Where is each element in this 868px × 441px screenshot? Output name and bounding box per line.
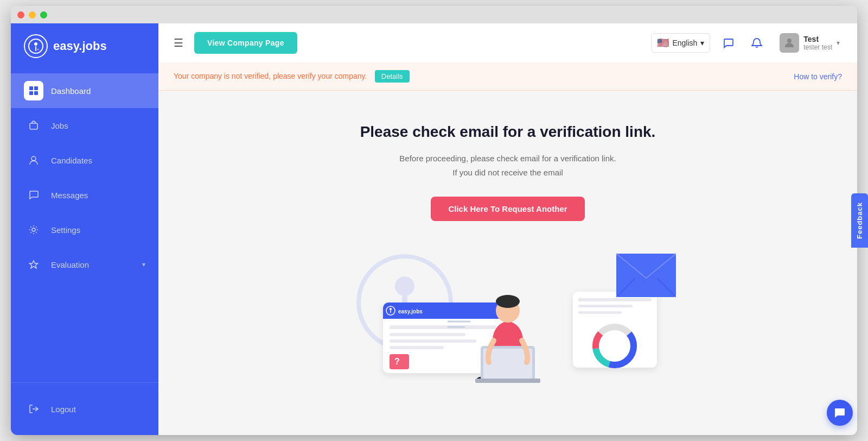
lang-chevron-icon: ▾	[700, 39, 704, 47]
how-to-verify-link[interactable]: How to verify?	[794, 72, 842, 81]
svg-text:?: ?	[394, 357, 400, 366]
view-company-button[interactable]: View Company Page	[194, 32, 297, 54]
illustration: easy.jobs ?	[169, 243, 846, 395]
svg-point-10	[787, 39, 792, 43]
svg-point-9	[32, 228, 35, 231]
sidebar: easy.jobs Dashboard	[11, 23, 158, 435]
header-right: 🇺🇸 English ▾	[651, 31, 844, 55]
dashboard-label: Dashboard	[51, 86, 91, 96]
svg-rect-23	[390, 325, 496, 329]
desc-line-2: If you did not receive the email	[399, 166, 616, 180]
svg-rect-24	[390, 333, 465, 336]
logout-label: Logout	[51, 405, 76, 414]
svg-point-8	[31, 156, 36, 161]
desc-line-1: Before proceeding, please check email fo…	[399, 152, 616, 166]
svg-rect-26	[390, 346, 444, 349]
page-content: Your company is not verified, please ver…	[158, 62, 857, 435]
svg-rect-3	[29, 86, 33, 90]
user-info: Test tester test	[803, 35, 832, 51]
close-btn[interactable]	[17, 11, 24, 18]
sidebar-item-settings[interactable]: Settings	[11, 212, 158, 247]
svg-rect-7	[30, 123, 37, 129]
evaluation-icon	[24, 255, 43, 274]
details-button[interactable]: Details	[375, 70, 410, 83]
chat-header-icon[interactable]	[719, 33, 738, 53]
user-avatar[interactable]: Test tester test ▾	[775, 31, 844, 55]
sidebar-item-jobs[interactable]: Jobs	[11, 108, 158, 143]
verification-section: Please check email for a verification li…	[158, 91, 857, 406]
sidebar-nav: Dashboard Jobs	[11, 69, 158, 382]
svg-point-1	[34, 42, 37, 46]
maximize-btn[interactable]	[40, 11, 47, 18]
svg-rect-45	[616, 254, 676, 297]
dashboard-icon	[24, 81, 43, 100]
request-another-button[interactable]: Click Here To Request Another	[431, 197, 584, 221]
jobs-icon	[24, 116, 43, 135]
user-dropdown-chevron: ▾	[837, 39, 840, 47]
header: ☰ View Company Page 🇺🇸 English ▾	[158, 23, 857, 62]
svg-rect-38	[578, 298, 652, 301]
messages-icon	[24, 185, 43, 205]
svg-rect-25	[390, 339, 476, 343]
verification-description: Before proceeding, please check email fo…	[399, 152, 616, 179]
feedback-label: Feedback	[856, 202, 864, 239]
evaluation-chevron: ▾	[142, 261, 145, 268]
sidebar-item-dashboard[interactable]: Dashboard	[11, 73, 158, 108]
svg-rect-40	[578, 311, 622, 314]
notification-bar: Your company is not verified, please ver…	[158, 62, 857, 91]
notification-icon[interactable]	[747, 33, 767, 53]
settings-label: Settings	[51, 225, 80, 235]
titlebar	[11, 6, 857, 23]
logo-text: easy.jobs	[53, 39, 107, 53]
chat-bubble-button[interactable]	[827, 400, 853, 426]
avatar-image	[780, 33, 799, 53]
logo: easy.jobs	[11, 23, 158, 69]
settings-icon	[24, 220, 43, 240]
flag-icon: 🇺🇸	[657, 37, 669, 49]
evaluation-label: Evaluation	[51, 260, 89, 269]
logo-icon	[24, 34, 48, 58]
user-email: tester test	[803, 43, 832, 51]
svg-point-2	[37, 49, 39, 51]
notification-message: Your company is not verified, please ver…	[174, 70, 410, 83]
svg-point-20	[390, 308, 392, 310]
user-name: Test	[803, 35, 832, 43]
notification-text: Your company is not verified, please ver…	[174, 72, 367, 80]
jobs-label: Jobs	[51, 121, 68, 130]
svg-rect-4	[34, 86, 38, 90]
candidates-icon	[24, 150, 43, 170]
svg-point-31	[496, 295, 520, 308]
sidebar-item-evaluation[interactable]: Evaluation ▾	[11, 247, 158, 282]
logout-icon	[24, 399, 43, 419]
sidebar-item-candidates[interactable]: Candidates	[11, 143, 158, 178]
language-selector[interactable]: 🇺🇸 English ▾	[651, 33, 710, 53]
svg-text:easy.jobs: easy.jobs	[398, 308, 423, 314]
language-label: English	[672, 39, 697, 47]
hamburger-icon[interactable]: ☰	[171, 34, 186, 52]
main-content: ☰ View Company Page 🇺🇸 English ▾	[158, 23, 857, 435]
svg-rect-36	[475, 379, 540, 383]
messages-label: Messages	[51, 191, 88, 200]
minimize-btn[interactable]	[29, 11, 36, 18]
svg-rect-6	[34, 91, 38, 95]
svg-rect-39	[578, 305, 633, 307]
sidebar-item-logout[interactable]: Logout	[11, 392, 158, 426]
svg-point-12	[395, 276, 414, 296]
candidates-label: Candidates	[51, 156, 92, 165]
verification-title: Please check email for a verification li…	[360, 123, 656, 141]
feedback-tab[interactable]: Feedback	[851, 193, 868, 248]
sidebar-item-messages[interactable]: Messages	[11, 178, 158, 212]
svg-rect-5	[29, 91, 33, 95]
logout-section: Logout	[11, 382, 158, 435]
